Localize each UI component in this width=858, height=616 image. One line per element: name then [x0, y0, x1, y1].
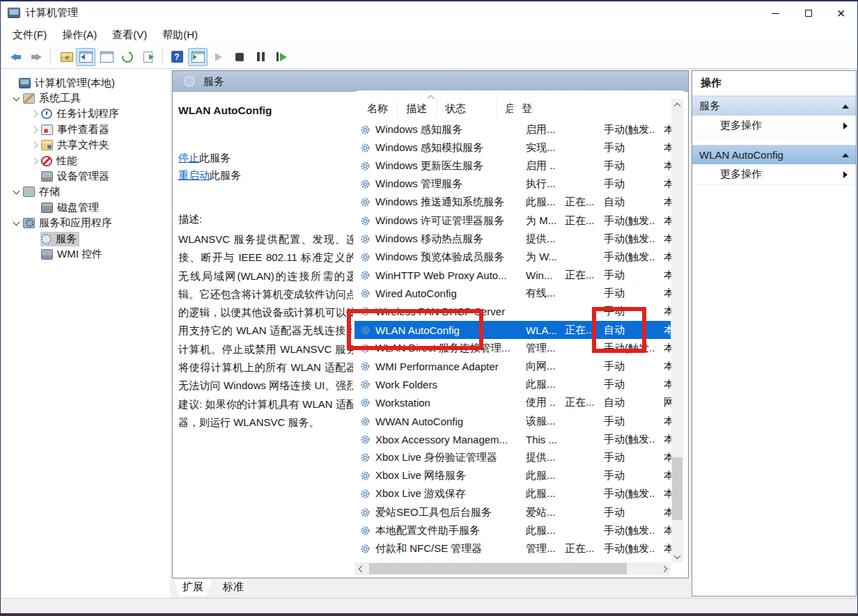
chevron-icon[interactable]: [10, 191, 22, 194]
refresh-icon[interactable]: [118, 48, 137, 66]
stop-service-icon[interactable]: [230, 48, 249, 66]
horizontal-scrollbar[interactable]: [354, 562, 671, 575]
Windows 预览体验成员服务[interactable]: Windows 预览体验成员服务 为 W... 手动(触发... 本: [354, 248, 671, 266]
more-actions-item[interactable]: 更多操作: [692, 164, 856, 185]
service-gear-icon: [360, 544, 375, 554]
menu-item[interactable]: 操作(A): [54, 26, 104, 45]
maximize-button[interactable]: [792, 1, 825, 25]
service-name-cell: 付款和 NFC/SE 管理器: [375, 542, 517, 555]
collapse-icon[interactable]: [842, 153, 849, 157]
爱站SEO工具包后台服务[interactable]: 爱站SEO工具包后台服务 爱站... 手动 本: [354, 503, 671, 521]
menu-item[interactable]: 查看(V): [104, 26, 155, 45]
action-pane-toggle-icon[interactable]: [188, 48, 208, 66]
console-tree-toggle-icon[interactable]: [76, 48, 95, 66]
Xbox Live 网络服务[interactable]: Xbox Live 网络服务 此服... 手动 本: [354, 467, 671, 485]
chevron-icon[interactable]: [29, 143, 40, 148]
stop-service-link[interactable]: 停止: [178, 152, 199, 164]
vertical-scroll-thumb[interactable]: [672, 457, 682, 520]
column-header[interactable]: 描述: [398, 100, 437, 118]
console-tree: 计算机管理(本地) 系统工具 任务计划程序: [1, 69, 170, 598]
service-name-cell: Xbox Accessory Managem...: [375, 434, 517, 445]
tree-item-storage[interactable]: 存储: [1, 184, 170, 200]
tree-item-disk-management[interactable]: 磁盘管理: [1, 200, 170, 215]
chevron-icon[interactable]: [6, 81, 18, 85]
scroll-up-icon[interactable]: [671, 99, 683, 111]
column-header[interactable]: 状态: [437, 100, 497, 118]
WLAN AutoConfig[interactable]: WLAN AutoConfig WLA... 正在... 自动 本: [354, 321, 671, 339]
tree-item-performance[interactable]: 性能: [1, 153, 170, 168]
tree-item-services-and-applications[interactable]: 服务和应用程序: [1, 216, 170, 231]
tree-item-shared-folders[interactable]: 共享文件夹: [1, 138, 170, 153]
tree-item-event-viewer[interactable]: 事件查看器: [1, 122, 170, 137]
restart-service-link[interactable]: 重启动: [178, 169, 210, 181]
tab-standard[interactable]: 标准: [214, 579, 253, 596]
本地配置文件助手服务[interactable]: 本地配置文件助手服务 此服... 手动(触发... 本: [354, 521, 671, 539]
action-section-header[interactable]: WLAN AutoConfig: [692, 145, 856, 164]
Workstation[interactable]: Workstation 使用 ... 正在... 自动 网: [354, 394, 671, 412]
service-startup-cell: 手动: [595, 469, 655, 482]
Windows 感知模拟服务[interactable]: Windows 感知模拟服务 实现... 手动 本: [354, 139, 671, 157]
start-service-icon[interactable]: [209, 48, 228, 66]
chevron-icon[interactable]: [29, 159, 40, 164]
service-logon-cell: 本: [655, 524, 672, 537]
chevron-icon[interactable]: [29, 111, 40, 116]
Wireless PAN DHCP Server[interactable]: Wireless PAN DHCP Server 手动 本: [354, 303, 671, 321]
chevron-icon[interactable]: [29, 127, 40, 132]
tree-item-device-manager[interactable]: 设备管理器: [1, 168, 170, 184]
tree-item-services[interactable]: 服务: [1, 231, 170, 246]
付款和 NFC/SE 管理器[interactable]: 付款和 NFC/SE 管理器 管理... 正在... 手动(触发... 本: [354, 539, 671, 558]
action-section-header[interactable]: 服务: [692, 96, 856, 116]
menu-item[interactable]: 文件(F): [5, 26, 54, 45]
menu-item[interactable]: 帮助(H): [155, 26, 205, 45]
chevron-icon[interactable]: [29, 252, 40, 256]
help-icon[interactable]: [167, 48, 187, 66]
tree-item-system-tools[interactable]: 系统工具: [1, 90, 170, 106]
chevron-icon[interactable]: [29, 237, 40, 241]
vertical-scrollbar[interactable]: [671, 99, 683, 562]
minimize-button[interactable]: [759, 1, 792, 25]
tree-item-task-scheduler[interactable]: 任务计划程序: [1, 106, 170, 122]
scroll-down-icon[interactable]: [671, 551, 683, 562]
tree-item-wmi-control[interactable]: WMI 控件: [1, 246, 170, 262]
service-description: WLANSVC 服务提供配置、发现、连接、断开与 IEEE 802.11 标准定…: [178, 230, 357, 432]
Xbox Live 游戏保存[interactable]: Xbox Live 游戏保存 此服... 手动(触发... 本: [354, 485, 671, 503]
chevron-icon[interactable]: [29, 205, 40, 210]
Windows 管理服务[interactable]: Windows 管理服务 执行... 手动 本: [354, 175, 671, 194]
column-header[interactable]: 启动类型: [497, 100, 513, 118]
Windows 许可证管理器服务[interactable]: Windows 许可证管理器服务 为 M... 正在... 手动(触发... 本: [354, 212, 671, 230]
horizontal-scroll-thumb[interactable]: [369, 563, 627, 574]
WinHTTP Web Proxy Auto...[interactable]: WinHTTP Web Proxy Auto... Win... 正在... 手…: [354, 267, 671, 285]
scroll-left-icon[interactable]: [354, 563, 366, 575]
Xbox Live 身份验证管理器[interactable]: Xbox Live 身份验证管理器 提供... 手动 本: [354, 448, 671, 466]
Wired AutoConfig[interactable]: Wired AutoConfig 有线... 手动 本: [354, 285, 671, 303]
WMI Performance Adapter[interactable]: WMI Performance Adapter 向网... 手动 本: [354, 357, 671, 375]
Windows 推送通知系统服务[interactable]: Windows 推送通知系统服务 此服... 正在... 自动 本: [354, 194, 671, 212]
tree-item-computer-management[interactable]: 计算机管理(本地): [1, 75, 170, 90]
export-list-icon[interactable]: [139, 48, 158, 66]
more-actions-item[interactable]: 更多操作: [692, 116, 856, 136]
Xbox Accessory Managem...[interactable]: Xbox Accessory Managem... This ... 手动(触发…: [354, 430, 671, 448]
forward-icon[interactable]: [26, 48, 46, 66]
chevron-icon[interactable]: [29, 175, 40, 179]
Windows 移动热点服务[interactable]: Windows 移动热点服务 提供... 手动(触发... 本: [354, 230, 671, 248]
scroll-right-icon[interactable]: [659, 563, 671, 575]
column-header[interactable]: 名称: [359, 100, 398, 118]
up-folder-icon[interactable]: [55, 48, 75, 66]
WLAN Direct 服务连接管理...[interactable]: WLAN Direct 服务连接管理... 管理... 手动(触发... 本: [354, 339, 671, 357]
tab-extended[interactable]: 扩展: [173, 579, 212, 596]
WWAN AutoConfig[interactable]: WWAN AutoConfig 该服... 手动 本: [354, 412, 671, 430]
chevron-icon[interactable]: [10, 222, 22, 225]
collapse-icon[interactable]: [842, 104, 849, 109]
back-icon[interactable]: [6, 48, 25, 66]
pause-service-icon[interactable]: [251, 48, 270, 66]
close-button[interactable]: ×: [825, 1, 857, 25]
window-title: 计算机管理: [26, 6, 78, 19]
restart-service-icon[interactable]: [272, 48, 291, 66]
column-header[interactable]: 登: [513, 100, 533, 118]
Windows 更新医生服务[interactable]: Windows 更新医生服务 启用 ... 手动 本: [354, 157, 671, 175]
Work Folders[interactable]: Work Folders 此服... 手动 本: [354, 376, 671, 394]
Windows 感知服务[interactable]: Windows 感知服务 启用... 手动(触发... 本: [354, 120, 671, 139]
app-icon: [8, 8, 20, 18]
properties-icon[interactable]: [97, 48, 116, 66]
chevron-icon[interactable]: [10, 97, 22, 100]
